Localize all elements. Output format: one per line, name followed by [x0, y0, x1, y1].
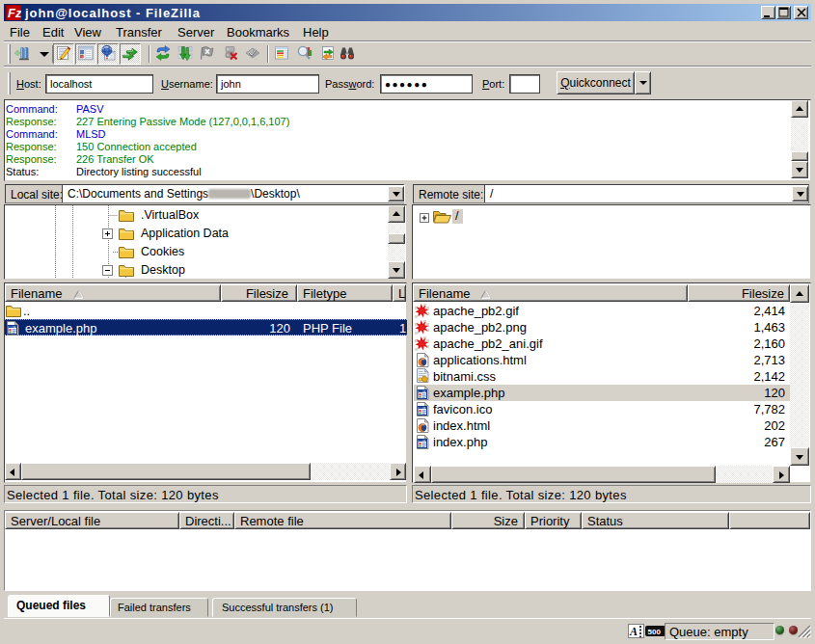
svg-text:500: 500 [648, 628, 662, 636]
svg-text:Fz: Fz [8, 6, 21, 20]
svg-text:A: A [629, 625, 638, 638]
